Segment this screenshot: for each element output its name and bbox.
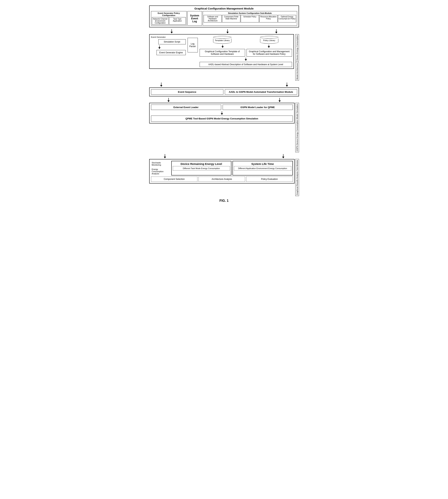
gspn-device-label: GSPN Device Energy Consumption Model Sim… — [295, 103, 299, 152]
task-box: Task Type Application — [169, 17, 186, 25]
event-sequence-box: Event Sequence — [151, 89, 223, 94]
fourth-section-body: External Event Loader GSPN Model Loader … — [149, 103, 295, 152]
model-arch-label: Model Architecture — [295, 62, 299, 80]
stochastic-label: Stochastic Monitoring Energy Consumption… — [151, 161, 170, 175]
policy-lib-label: Policy Library — [260, 39, 278, 42]
arrow-to-aadl — [200, 58, 292, 61]
fourth-top-row: External Event Loader GSPN Model Loader … — [151, 105, 293, 110]
fig-label: FIG. 1 — [149, 199, 299, 203]
third-section: Event Sequence AADL to GSPN Model Automa… — [149, 87, 299, 96]
gcm-module: Graphical Configuration Management Modul… — [149, 5, 299, 27]
diagram-container: Graphical Configuration Management Modul… — [149, 5, 299, 203]
arrow-1 — [171, 29, 173, 33]
second-section-body: Event Generator Simulation Script Event … — [149, 34, 294, 81]
diff-app-box: Different Application Environment Energy… — [234, 166, 291, 171]
fifth-section: Stochastic Monitoring Energy Consumption… — [149, 159, 295, 184]
template-lib-cylinder: Template Library — [212, 36, 232, 44]
egpc-title: Event Generator Policy Configuration — [152, 12, 186, 16]
egpc-sub-row: Network/ Channel Environment Configurati… — [152, 17, 186, 25]
device-energy-label: Device Energy Consumption — [295, 34, 299, 61]
template-lib-label: Template Library — [213, 39, 231, 42]
sscs-item-2: Schedule Policy — [241, 15, 259, 22]
device-remaining-wrapper: Device Remaining Energy Level Different … — [171, 161, 232, 175]
sel-box: System Event Log — [187, 11, 202, 26]
sscs-item-1: Component Finite State Machine — [222, 15, 240, 22]
sscs-item-4: Optimal Energy Consumpt-ion Policy — [278, 15, 296, 22]
second-right-labels: Device Energy Consumption Model Architec… — [295, 34, 299, 81]
gcm-top-row: Event Generator Policy Configuration Net… — [151, 11, 297, 26]
aadl-trans-box: AADL to GSPN Model Automated Transformat… — [225, 89, 297, 94]
fifth-section-body: Stochastic Monitoring Energy Consumption… — [149, 159, 295, 196]
event-gen-label: Event Generator — [151, 36, 186, 38]
gcm-box: Graphical Configuration and Management f… — [247, 49, 292, 57]
second-left-col: Event Generator Simulation Script Event … — [151, 36, 186, 67]
sscs-box: Simulation System Configuration Sub-Modu… — [203, 11, 297, 26]
sscs-sub-row: Software and Hardware Architecture Compo… — [204, 15, 296, 22]
gct-gcm-row: Graphical Configuration Template of Soft… — [200, 49, 292, 57]
log-parser: Log Parser — [188, 38, 198, 52]
gct-box: Graphical Configuration Template of Soft… — [200, 49, 245, 57]
device-remaining-title: Device Remaining Energy Level — [173, 162, 230, 165]
arrow-row-3 — [149, 98, 299, 102]
arrow-3 — [275, 29, 277, 33]
sim-script: Simulation Script — [158, 39, 186, 44]
fourth-section-wrapper: External Event Loader GSPN Model Loader … — [149, 103, 299, 152]
aadl-box: AADL-based Abstract Description of Softw… — [200, 62, 292, 67]
diff-task-box: Different Task Mode Energy Consumption — [173, 166, 230, 171]
second-section: Event Generator Simulation Script Event … — [149, 34, 294, 69]
system-life-title: System Life Time — [234, 162, 291, 165]
template-lib-wrapper: Template Library — [212, 36, 232, 44]
external-event-loader: External Event Loader — [151, 105, 221, 110]
sscs-item-0: Software and Hardware Architecture — [204, 15, 222, 22]
lib-arrows — [200, 45, 292, 48]
second-right-col: Template Library Policy Library — [200, 36, 292, 67]
sim-script-box: Simulation Script — [158, 39, 186, 44]
gcm-title: Graphical Configuration Management Modul… — [151, 7, 297, 10]
log-parser-col: Log Parser — [187, 36, 198, 67]
eg-engine-wrapper: Event Generator Engine — [157, 50, 186, 55]
arrow-to-qpme — [151, 111, 293, 115]
sel-label: System Event Log — [189, 14, 201, 23]
egpc-box: Event Generator Policy Configuration Net… — [151, 11, 187, 26]
arrow-to-engine — [158, 46, 186, 49]
libraries-row: Template Library Policy Library — [200, 36, 292, 44]
bottom-dashed-row: Component Selection Architecture Analysi… — [151, 177, 293, 182]
policy-evaluation: Policy Evaluation — [246, 177, 293, 182]
arrow-row-2 — [149, 82, 299, 87]
gspn-loader: GSPN Model Loader for QPME — [223, 105, 293, 110]
sscs-item-3: Resource Allocation Policy — [259, 15, 278, 22]
arrow-2 — [226, 29, 229, 33]
fifth-row1: Stochastic Monitoring Energy Consumption… — [151, 161, 293, 175]
policy-lib-cylinder: Policy Library — [259, 36, 279, 44]
fifth-section-wrapper: Stochastic Monitoring Energy Consumption… — [149, 159, 299, 196]
second-section-wrapper: Event Generator Simulation Script Event … — [149, 34, 299, 81]
graphical-results-label: Graphical Results Analysis Sub-Module — [295, 159, 299, 196]
second-two-cols: Event Generator Simulation Script Event … — [151, 36, 292, 67]
system-life-wrapper: System Life Time Different Application E… — [233, 161, 293, 175]
arrow-row-1 — [149, 29, 299, 33]
arrow-row-4 — [149, 154, 299, 158]
sscs-title: Simulation System Configuration Sub-Modu… — [204, 12, 296, 14]
component-selection: Component Selection — [151, 177, 198, 182]
fourth-section: External Event Loader GSPN Model Loader … — [149, 103, 295, 124]
network-box: Network/ Channel Environment Configurati… — [152, 17, 169, 25]
eg-engine: Event Generator Engine — [157, 50, 186, 55]
qpme-box: QPME Tool-Based GSPN Model Energy Consum… — [151, 116, 293, 122]
architecture-analysis: Architecture Analysis — [198, 177, 245, 182]
policy-lib-wrapper: Policy Library — [259, 36, 279, 44]
